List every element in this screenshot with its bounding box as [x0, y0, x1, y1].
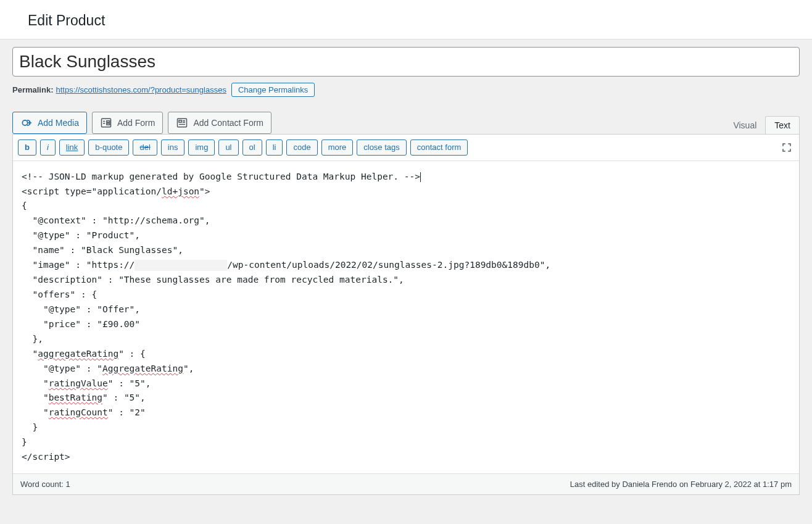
qt-bold-button[interactable]: b	[18, 139, 36, 156]
add-contact-form-label: Add Contact Form	[193, 118, 263, 128]
page-title: Edit Product	[28, 12, 784, 29]
add-contact-form-button[interactable]: Add Contact Form	[168, 112, 271, 134]
qt-ul-button[interactable]: ul	[218, 139, 238, 156]
editor-mode-tabs: Visual Text	[724, 116, 800, 134]
add-media-label: Add Media	[38, 118, 79, 128]
qt-italic-button[interactable]: i	[40, 139, 56, 156]
editor-container: b i link b-quote del ins img ul ol li co…	[12, 134, 800, 495]
qt-contact-form-button[interactable]: contact form	[410, 139, 468, 156]
content-editor[interactable]: <!-- JSON-LD markup generated by Google …	[13, 161, 799, 473]
permalink-link[interactable]: https://scottishstones.com/?product=sung…	[56, 85, 226, 94]
page-header: Edit Product	[0, 0, 812, 40]
editor-actions-row: Add Media Add Form Add Contact Form Visu…	[12, 112, 800, 134]
change-permalinks-button[interactable]: Change Permalinks	[231, 83, 315, 97]
quicktags-toolbar: b i link b-quote del ins img ul ol li co…	[13, 135, 799, 161]
qt-code-button[interactable]: code	[286, 139, 317, 156]
svg-rect-7	[179, 120, 181, 122]
editor-main: Permalink: https://scottishstones.com/?p…	[0, 40, 812, 507]
qt-bquote-button[interactable]: b-quote	[88, 139, 129, 156]
qt-more-button[interactable]: more	[321, 139, 354, 156]
qt-ins-button[interactable]: ins	[161, 139, 185, 156]
camera-icon	[20, 117, 33, 129]
tab-visual[interactable]: Visual	[724, 116, 766, 134]
add-media-button[interactable]: Add Media	[12, 112, 87, 134]
qt-img-button[interactable]: img	[188, 139, 215, 156]
product-title-input[interactable]	[12, 47, 800, 77]
permalink-row: Permalink: https://scottishstones.com/?p…	[12, 83, 800, 97]
editor-status-bar: Word count: 1 Last edited by Daniela Fre…	[13, 473, 799, 494]
redacted-domain	[135, 260, 227, 271]
tab-text[interactable]: Text	[765, 116, 800, 134]
permalink-label: Permalink:	[12, 85, 53, 94]
add-form-button[interactable]: Add Form	[92, 112, 163, 134]
svg-rect-5	[107, 123, 110, 125]
qt-ol-button[interactable]: ol	[242, 139, 262, 156]
svg-point-0	[22, 120, 27, 125]
qt-del-button[interactable]: del	[133, 139, 157, 156]
fullscreen-icon	[781, 142, 792, 153]
qt-li-button[interactable]: li	[266, 139, 283, 156]
qt-close-tags-button[interactable]: close tags	[357, 139, 407, 156]
qt-link-button[interactable]: link	[59, 139, 85, 156]
svg-rect-1	[101, 119, 110, 127]
svg-rect-4	[107, 120, 110, 122]
last-edited: Last edited by Daniela Frendo on Februar…	[570, 480, 792, 489]
contact-form-icon	[176, 117, 188, 129]
word-count: Word count: 1	[20, 480, 70, 489]
form-icon	[100, 117, 112, 129]
fullscreen-toggle[interactable]	[779, 140, 794, 155]
add-form-label: Add Form	[117, 118, 155, 128]
text-cursor	[420, 172, 421, 182]
